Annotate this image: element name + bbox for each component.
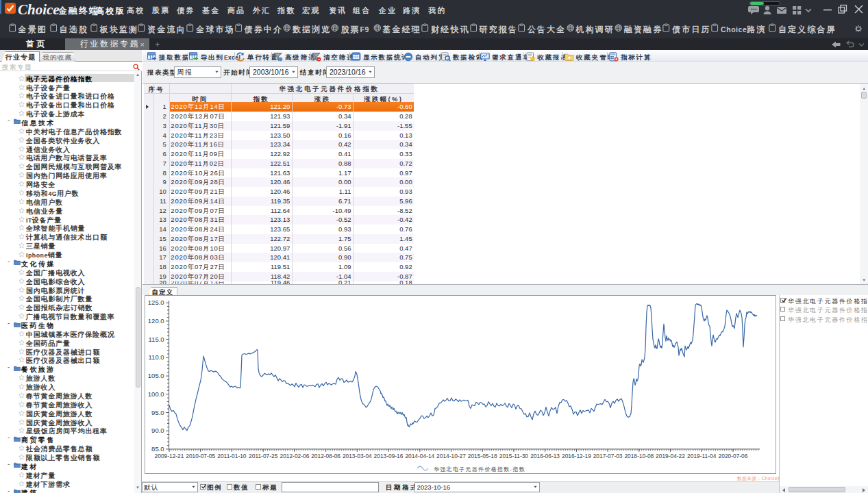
svg-text:华强北电子元器件价格指数-指数: 华强北电子元器件价格指数-指数 xyxy=(434,466,525,472)
svg-text:2019-04-22: 2019-04-22 xyxy=(656,453,685,459)
svg-text:2013-03-04: 2013-03-04 xyxy=(343,453,372,459)
svg-text:100.0: 100.0 xyxy=(148,390,164,397)
svg-text:2014-04-14: 2014-04-14 xyxy=(405,453,434,459)
svg-text:105.0: 105.0 xyxy=(148,372,164,379)
svg-text:2016-06-13: 2016-06-13 xyxy=(530,453,560,459)
svg-text:2017-07-03: 2017-07-03 xyxy=(593,453,623,459)
svg-text:2016-12-19: 2016-12-19 xyxy=(562,453,591,459)
svg-text:85.0: 85.0 xyxy=(151,445,164,453)
svg-text:2012-02-06: 2012-02-06 xyxy=(280,453,309,459)
svg-text:2019-11-04: 2019-11-04 xyxy=(687,453,717,459)
svg-text:90.0: 90.0 xyxy=(151,427,164,434)
svg-text:2013-09-16: 2013-09-16 xyxy=(374,453,404,459)
svg-text:2009-12-21: 2009-12-21 xyxy=(155,453,184,459)
svg-text:2015-11-30: 2015-11-30 xyxy=(499,453,529,459)
svg-text:95.0: 95.0 xyxy=(151,408,164,416)
svg-text:2010-07-05: 2010-07-05 xyxy=(186,453,215,459)
svg-text:2012-08-06: 2012-08-06 xyxy=(311,453,340,459)
svg-text:2020-07-06: 2020-07-06 xyxy=(719,453,748,459)
svg-text:120.0: 120.0 xyxy=(148,317,164,325)
svg-text:110.0: 110.0 xyxy=(149,353,164,361)
svg-text:115.0: 115.0 xyxy=(149,335,164,342)
svg-text:2011-07-25: 2011-07-25 xyxy=(249,453,278,459)
svg-text:2011-01-10: 2011-01-10 xyxy=(217,453,247,459)
svg-text:125.0: 125.0 xyxy=(148,299,164,306)
svg-text:2015-05-18: 2015-05-18 xyxy=(468,453,497,459)
svg-text:2018-10-08: 2018-10-08 xyxy=(624,453,654,459)
svg-text:2014-10-27: 2014-10-27 xyxy=(436,453,466,459)
